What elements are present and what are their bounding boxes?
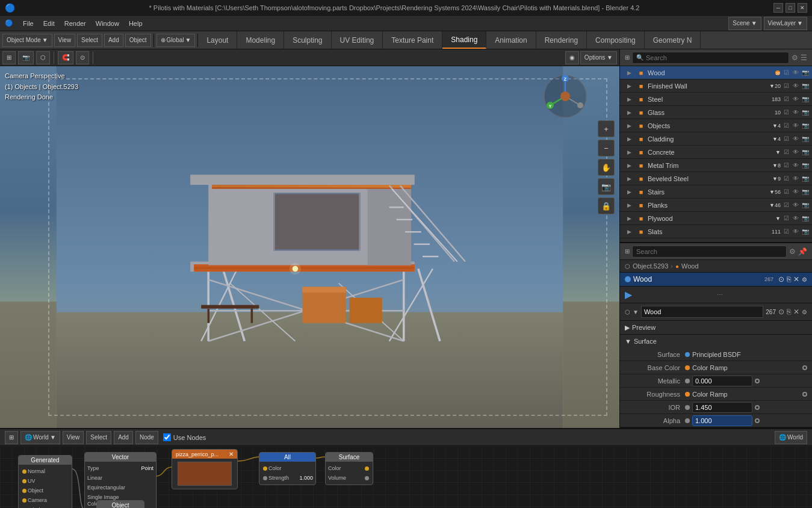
- properties-search-input[interactable]: [636, 248, 783, 255]
- base-color-socket[interactable]: [685, 365, 690, 370]
- zoom-out-btn[interactable]: −: [598, 140, 615, 156]
- properties-filter[interactable]: ⚙: [789, 247, 796, 256]
- outliner-filter2[interactable]: ☰: [801, 54, 807, 62]
- outliner-item-steel[interactable]: ▶ ■ Steel 183 ☑ 👁 📷: [620, 93, 812, 106]
- expand-plywood[interactable]: ▶: [627, 215, 634, 221]
- render-planks[interactable]: 📷: [801, 201, 810, 209]
- visibility-wood[interactable]: ☑: [782, 69, 790, 77]
- socket-normal[interactable]: [22, 469, 26, 474]
- outliner-item-concrete[interactable]: ▶ ■ Concrete ▼ ☑ 👁 📷: [620, 146, 812, 159]
- expand-wood[interactable]: ▶: [627, 70, 634, 76]
- outliner-item-wood[interactable]: ▶ ■ Wood 20 ☑ 👁 📷: [620, 66, 812, 79]
- camera-btn[interactable]: 📷: [598, 178, 615, 195]
- tab-geometry-nodes[interactable]: Geometry N: [645, 31, 701, 49]
- tab-animation[interactable]: Animation: [486, 31, 536, 49]
- expand-concrete[interactable]: ▶: [627, 149, 634, 155]
- properties-pin[interactable]: 📌: [798, 247, 807, 256]
- tab-shading[interactable]: Shading: [442, 31, 486, 49]
- node-world-btn[interactable]: 🌐 World ▼: [20, 431, 60, 444]
- viewlayer-selector[interactable]: ViewLayer ▼: [764, 17, 807, 30]
- node-select-btn[interactable]: Select: [86, 431, 111, 444]
- expand-beveled-steel[interactable]: ▶: [627, 176, 634, 182]
- expand-cladding[interactable]: ▶: [627, 136, 634, 142]
- viewport-display-toggle[interactable]: 📷: [18, 51, 34, 64]
- expand-glass[interactable]: ▶: [627, 110, 634, 116]
- scene-selector[interactable]: Scene ▼: [728, 17, 761, 30]
- preview-header[interactable]: ▶ Preview: [620, 321, 812, 334]
- outliner-item-metal-trim[interactable]: ▶ ■ Metal Trim ▼8 ☑ 👁 📷: [620, 159, 812, 172]
- tab-layout[interactable]: Layout: [198, 31, 237, 49]
- node-surface[interactable]: Surface Color Volume: [325, 452, 373, 485]
- wood-name-input[interactable]: [641, 306, 763, 318]
- render-plywood[interactable]: 📷: [801, 214, 810, 223]
- expand-metal-trim[interactable]: ▶: [627, 163, 634, 169]
- pan-btn[interactable]: ✋: [598, 159, 615, 176]
- visibility-slats[interactable]: ☑: [782, 228, 790, 236]
- material-unlink-btn[interactable]: ✕: [793, 275, 799, 283]
- outliner-search[interactable]: 🔍: [632, 52, 789, 64]
- render-stairs[interactable]: 📷: [801, 188, 810, 196]
- expand-finished-wall[interactable]: ▶: [627, 83, 634, 89]
- outliner-item-objects[interactable]: ▶ ■ Objects ▼4 ☑ 👁 📷: [620, 119, 812, 132]
- visibility-beveled-steel[interactable]: ☑: [782, 175, 790, 183]
- visibility-metal-trim[interactable]: ☑: [782, 161, 790, 170]
- eye-objects[interactable]: 👁: [792, 122, 800, 130]
- expand-steel[interactable]: ▶: [627, 96, 634, 102]
- render-glass[interactable]: 📷: [801, 108, 810, 117]
- menu-blender[interactable]: 🔵: [0, 16, 18, 31]
- menu-file[interactable]: File: [18, 16, 39, 31]
- select-menu[interactable]: Select: [77, 34, 102, 47]
- eye-metal-trim[interactable]: 👁: [792, 161, 800, 170]
- outliner-item-plywood[interactable]: ▶ ■ Plywood ▼ ☑ 👁 📷: [620, 212, 812, 225]
- visibility-cladding[interactable]: ☑: [782, 135, 790, 143]
- metallic-socket[interactable]: [685, 379, 690, 383]
- render-slats[interactable]: 📷: [801, 228, 810, 236]
- surface-header[interactable]: ▼ Surface: [620, 335, 812, 348]
- node-view-btn[interactable]: View: [63, 431, 84, 444]
- socket-color-out[interactable]: [365, 466, 369, 471]
- add-menu[interactable]: Add: [104, 34, 123, 47]
- expand-stairs[interactable]: ▶: [627, 189, 634, 195]
- options-btn-viewport[interactable]: Options ▼: [580, 51, 617, 64]
- metallic-right-socket[interactable]: [755, 379, 760, 383]
- view-button[interactable]: ⊞: [2, 51, 16, 64]
- tab-texture-paint[interactable]: Texture Paint: [383, 31, 442, 49]
- eye-planks[interactable]: 👁: [792, 201, 800, 209]
- alpha-input[interactable]: [692, 415, 752, 426]
- tab-rendering[interactable]: Rendering: [536, 31, 587, 49]
- eye-cladding[interactable]: 👁: [792, 135, 800, 143]
- roughness-right-socket[interactable]: [802, 392, 807, 397]
- node-generated[interactable]: Generated Normal UV Object Camera: [18, 455, 72, 508]
- use-nodes-checkbox[interactable]: [163, 433, 171, 441]
- mode-selector[interactable]: Object Mode ▼: [2, 34, 52, 47]
- roughness-socket[interactable]: [685, 392, 690, 397]
- material-copy2-btn[interactable]: ⎘: [787, 308, 791, 316]
- maximize-button[interactable]: □: [786, 3, 795, 13]
- outliner-item-slats[interactable]: ▶ ■ Slats 111 ☑ 👁 📷: [620, 225, 812, 238]
- node-editor-mode[interactable]: ⊞: [5, 431, 18, 444]
- base-color-right-socket[interactable]: [802, 365, 807, 370]
- visibility-steel[interactable]: ☑: [782, 95, 790, 104]
- material-shield-icon[interactable]: ⊙: [778, 308, 784, 316]
- eye-stairs[interactable]: 👁: [792, 188, 800, 196]
- node-world-btn2[interactable]: 🌐 World: [775, 431, 807, 444]
- viewport-canvas[interactable]: Camera Perspective (1) Objects | Object.…: [0, 66, 619, 428]
- minimize-button[interactable]: ─: [773, 3, 783, 13]
- alpha-right-socket[interactable]: [755, 418, 760, 423]
- expand-planks[interactable]: ▶: [627, 202, 634, 208]
- socket-volume-out[interactable]: [365, 476, 369, 480]
- texture-close[interactable]: ✕: [229, 451, 234, 457]
- visibility-fw[interactable]: ☑: [782, 82, 790, 90]
- menu-help[interactable]: Help: [124, 16, 147, 31]
- snap-toggle[interactable]: 🧲: [58, 51, 73, 64]
- viewport-shading-solid[interactable]: ⬡: [36, 51, 50, 64]
- expand-slats[interactable]: ▶: [627, 229, 634, 235]
- render-concrete[interactable]: 📷: [801, 148, 810, 156]
- ior-input[interactable]: [692, 402, 752, 413]
- eye-steel[interactable]: 👁: [792, 95, 800, 104]
- eye-slats[interactable]: 👁: [792, 228, 800, 236]
- node-node-btn[interactable]: Node: [135, 431, 158, 444]
- lock-btn[interactable]: 🔒: [598, 197, 615, 214]
- node-output[interactable]: All Color Strength 1.000: [259, 452, 316, 485]
- render-beveled-steel[interactable]: 📷: [801, 175, 810, 183]
